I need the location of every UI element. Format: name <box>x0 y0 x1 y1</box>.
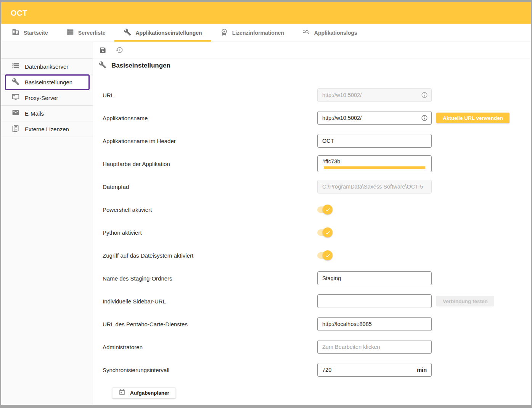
staging-folder-input[interactable] <box>322 275 427 281</box>
tab-label: Lizenzinformationen <box>232 30 284 36</box>
pentaho-url-input[interactable] <box>322 321 427 327</box>
info-icon[interactable] <box>421 92 428 98</box>
tab-applikationslogs[interactable]: Applikationslogs <box>293 24 366 42</box>
unit-suffix: min <box>414 367 427 373</box>
field-label: Individuelle Sidebar-URL <box>103 298 317 305</box>
sidebar-item-externe-lizenzen[interactable]: Externe Lizenzen <box>1 121 93 137</box>
main-panel: Basiseinstellungen URL Applikationsname <box>93 42 531 405</box>
field-label: Administratoren <box>103 344 317 350</box>
server-list-icon <box>66 28 74 37</box>
app-window: OCT Startseite Serverliste Applikationse… <box>0 0 532 408</box>
check-icon <box>323 250 333 260</box>
field-label: Powershell aktiviert <box>103 206 317 213</box>
sidebar-url-field <box>317 294 432 308</box>
form-row-header-name: Applikationsname im Header <box>103 129 531 152</box>
pentaho-url-field <box>317 317 432 331</box>
settings-sidebar: Datenbankserver Basiseinstellungen Proxy… <box>1 42 93 405</box>
sync-interval-input[interactable] <box>322 367 414 373</box>
powershell-toggle[interactable] <box>317 205 333 214</box>
form-row-sidebar-url: Individuelle Sidebar-URL Verbindung test… <box>103 290 531 313</box>
form-row-sync-intervall: Synchronisierungsintervall min <box>103 358 531 381</box>
form-row-pentaho: URL des Pentaho-Carte-Dienstes <box>103 313 531 335</box>
url-field <box>317 88 432 102</box>
license-badge-icon <box>220 28 228 37</box>
wrench-icon <box>99 61 106 70</box>
sidebar-item-proxy-server[interactable]: Proxy-Server <box>1 90 93 106</box>
field-label: Applikationsname <box>103 115 317 121</box>
page-header: Basiseinstellungen <box>93 58 531 73</box>
page-title: Basiseinstellungen <box>111 62 170 69</box>
restore-icon[interactable] <box>115 45 124 55</box>
applikationsname-input[interactable] <box>322 115 427 121</box>
toolbar <box>93 42 531 58</box>
tab-label: Serverliste <box>78 30 106 36</box>
settings-form: URL Applikationsname <box>93 73 531 398</box>
tab-label: Startseite <box>24 30 48 36</box>
field-label: Synchronisierungsintervall <box>103 367 317 373</box>
info-icon[interactable] <box>421 114 428 121</box>
form-row-python: Python aktiviert <box>103 221 531 244</box>
envelope-icon <box>12 109 19 118</box>
field-label: Applikationsname im Header <box>103 138 317 144</box>
main-color-field <box>317 155 432 172</box>
wrench-icon <box>124 28 131 37</box>
form-row-dateisystem: Zugriff auf das Dateisystem aktiviert <box>103 244 531 267</box>
datenpfad-field <box>317 180 432 194</box>
staging-folder-field <box>317 271 432 285</box>
field-label: Zugriff auf das Dateisystem aktiviert <box>103 252 317 259</box>
sidebar-item-e-mails[interactable]: E-Mails <box>1 106 93 121</box>
task-scheduler-button[interactable]: Aufgabenplaner <box>112 387 176 398</box>
url-input <box>322 92 427 98</box>
tab-label: Applikationseinstellungen <box>135 30 202 36</box>
sidebar-item-label: Datenbankserver <box>25 63 68 70</box>
sidebar-item-label: Proxy-Server <box>25 95 58 101</box>
header-name-input[interactable] <box>322 138 427 144</box>
app-header: OCT <box>1 2 531 24</box>
wrench-icon <box>12 78 19 87</box>
main-nav: Startseite Serverliste Applikationseinst… <box>1 24 531 42</box>
tab-lizenzinformationen[interactable]: Lizenzinformationen <box>211 24 293 42</box>
database-server-icon <box>12 62 19 71</box>
external-license-icon <box>12 124 19 134</box>
python-toggle[interactable] <box>317 227 333 237</box>
check-icon <box>323 205 333 214</box>
check-icon <box>323 227 333 237</box>
save-icon[interactable] <box>98 46 107 55</box>
main-color-input[interactable] <box>322 158 427 164</box>
form-row-hauptfarbe: Hauptfarbe der Applikation <box>103 152 531 175</box>
form-row-url: URL <box>103 84 531 106</box>
tab-label: Applikationslogs <box>314 30 357 36</box>
administrators-input[interactable] <box>322 344 427 350</box>
form-row-powershell: Powershell aktiviert <box>103 198 531 221</box>
sidebar-item-datenbankserver[interactable]: Datenbankserver <box>1 59 93 74</box>
proxy-monitor-icon <box>12 93 19 102</box>
tab-applikationseinstellungen[interactable]: Applikationseinstellungen <box>114 24 211 42</box>
datenpfad-input <box>322 184 427 190</box>
form-row-administratoren: Administratoren <box>103 335 531 358</box>
sidebar-item-label: E-Mails <box>25 110 44 117</box>
applikationsname-field <box>317 111 432 125</box>
tab-startseite[interactable]: Startseite <box>3 24 57 42</box>
test-connection-button[interactable]: Verbindung testen <box>436 296 494 306</box>
tab-serverliste[interactable]: Serverliste <box>57 24 115 42</box>
task-scheduler-label: Aufgabenplaner <box>130 390 169 396</box>
field-label: URL des Pentaho-Carte-Dienstes <box>103 321 317 327</box>
form-row-datenpfad: Datenpfad <box>103 175 531 198</box>
filesystem-access-toggle[interactable] <box>317 250 333 260</box>
sidebar-item-basiseinstellungen[interactable]: Basiseinstellungen <box>5 74 90 90</box>
field-label: Hauptfarbe der Applikation <box>103 161 317 167</box>
field-label: Datenpfad <box>103 184 317 190</box>
app-title: OCT <box>11 9 27 18</box>
form-row-applikationsname: Applikationsname Aktuelle URL verwenden <box>103 106 531 129</box>
calendar-icon <box>119 389 125 397</box>
header-name-field <box>317 134 432 148</box>
field-label: URL <box>103 92 317 98</box>
sidebar-url-input[interactable] <box>322 298 427 304</box>
field-label: Python aktiviert <box>103 229 317 236</box>
sidebar-list: Datenbankserver Basiseinstellungen Proxy… <box>1 58 93 137</box>
sync-interval-field: min <box>317 363 432 377</box>
use-current-url-button[interactable]: Aktuelle URL verwenden <box>436 113 509 123</box>
sidebar-item-label: Externe Lizenzen <box>25 126 69 132</box>
building-icon <box>12 28 19 37</box>
sidebar-item-label: Basiseinstellungen <box>25 79 72 85</box>
